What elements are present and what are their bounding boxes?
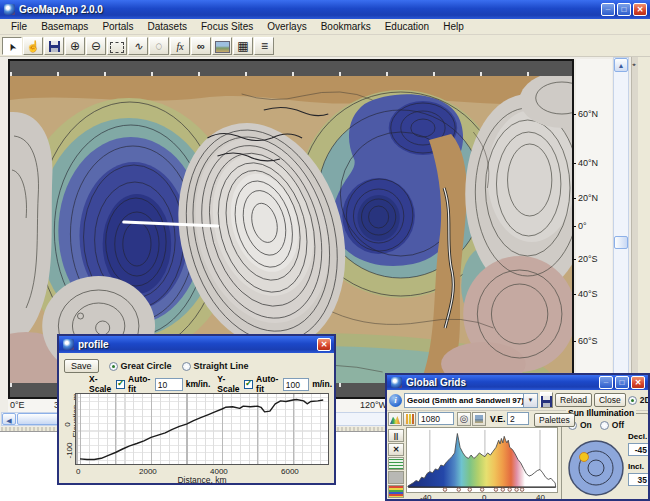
- menu-help[interactable]: Help: [436, 20, 471, 33]
- menubar: File Basemaps Portals Datasets Focus Sit…: [0, 19, 650, 35]
- gg-close-view-button[interactable]: Close: [594, 393, 626, 407]
- contour-lines-icon[interactable]: [388, 457, 404, 470]
- chevron-down-icon[interactable]: [524, 393, 538, 408]
- grid-tool-icon[interactable]: [233, 37, 253, 55]
- gray-shade-icon[interactable]: [388, 471, 404, 484]
- menu-basemaps[interactable]: Basemaps: [34, 20, 95, 33]
- x-scale-label: X-Scale: [89, 374, 113, 394]
- select-arrow-tool-icon[interactable]: [2, 37, 22, 55]
- y-unit-label: m/in.: [312, 379, 332, 389]
- decl-field[interactable]: -45: [628, 443, 650, 456]
- save-tool-icon[interactable]: [44, 37, 64, 55]
- vertical-scroll-thumb[interactable]: [614, 236, 628, 249]
- contour-overlay-icon[interactable]: [457, 412, 471, 426]
- sun-position-icon: [580, 453, 589, 462]
- contour-interval-field[interactable]: 1080: [418, 412, 454, 425]
- lasso-tool-icon[interactable]: [149, 37, 169, 55]
- lat-label: 40°N: [578, 158, 598, 168]
- lat-label: 20°S: [578, 254, 598, 264]
- save-button[interactable]: Save: [64, 359, 99, 373]
- sun-direction-dial[interactable]: [566, 438, 626, 498]
- y-autofit-label: Auto-fit: [256, 374, 280, 394]
- incl-field[interactable]: 35: [628, 473, 650, 486]
- great-circle-radio[interactable]: Great Circle: [109, 361, 172, 371]
- splitpane-divider[interactable]: [631, 57, 638, 413]
- mask-tool-icon[interactable]: [191, 37, 211, 55]
- app-titlebar[interactable]: GeoMapApp 2.0.0: [0, 0, 650, 19]
- function-tool-icon[interactable]: [170, 37, 190, 55]
- zoom-out-tool-icon[interactable]: [86, 37, 106, 55]
- y-scale-field[interactable]: 100: [283, 378, 309, 391]
- x-autofit-checkbox[interactable]: [116, 380, 125, 389]
- ve-field[interactable]: 2: [507, 412, 529, 425]
- menu-focus-sites[interactable]: Focus Sites: [194, 20, 260, 33]
- java-app-icon: [4, 4, 15, 15]
- layer-list-tool-icon[interactable]: [254, 37, 274, 55]
- profile-line-svg: [76, 394, 330, 466]
- y-tick: -100: [65, 442, 74, 458]
- zoom-in-tool-icon[interactable]: [65, 37, 85, 55]
- radio-dot-icon: [109, 362, 118, 371]
- y-autofit-checkbox[interactable]: [244, 380, 253, 389]
- normalize-histogram-icon[interactable]: [388, 412, 402, 426]
- color-palette-icon[interactable]: [388, 485, 404, 498]
- scroll-left-icon[interactable]: [2, 413, 16, 425]
- gg-close-button[interactable]: [631, 376, 645, 389]
- profile-x-axis-label: Distance, km: [75, 475, 329, 485]
- zoom-box-tool-icon[interactable]: [107, 37, 127, 55]
- palette-histogram[interactable]: [406, 427, 558, 493]
- image-overlay-tool-icon[interactable]: [212, 37, 232, 55]
- sun-panel-title: Sun Illumination: [566, 408, 636, 418]
- histogram-icon[interactable]: [403, 412, 416, 426]
- map-top-band: [10, 61, 572, 76]
- profile-close-button[interactable]: [317, 338, 331, 351]
- lat-label: 20°N: [578, 193, 598, 203]
- menu-file[interactable]: File: [4, 20, 34, 33]
- lon-label: 0°E: [10, 400, 25, 410]
- profile-title: profile: [78, 339, 317, 350]
- latitude-axis: 60°N 40°N 20°N 0° 20°S 40°S 60°S: [576, 59, 612, 399]
- palettes-button[interactable]: Palettes: [534, 413, 575, 427]
- menu-education[interactable]: Education: [378, 20, 436, 33]
- menu-portals[interactable]: Portals: [95, 20, 140, 33]
- lat-label: 60°N: [578, 109, 598, 119]
- menu-overlays[interactable]: Overlays: [260, 20, 313, 33]
- close-button[interactable]: [633, 3, 647, 16]
- profile-titlebar[interactable]: profile: [59, 336, 334, 353]
- delete-icon[interactable]: ✕: [388, 443, 404, 456]
- gg-maximize-button[interactable]: [615, 376, 629, 389]
- minimize-button[interactable]: [601, 3, 615, 16]
- view-2d-radio[interactable]: 2D: [628, 395, 650, 405]
- grid-select-combo[interactable]: Geoid (Smith and Sandwell 97): [404, 393, 538, 408]
- menu-bookmarks[interactable]: Bookmarks: [314, 20, 378, 33]
- menu-datasets[interactable]: Datasets: [141, 20, 194, 33]
- profile-plot[interactable]: [75, 393, 329, 465]
- maximize-button[interactable]: [617, 3, 631, 16]
- global-grids-titlebar[interactable]: Global Grids: [387, 375, 648, 390]
- sun-off-radio[interactable]: Off: [600, 420, 624, 430]
- x-scale-field[interactable]: 10: [155, 378, 183, 391]
- shaded-relief-icon[interactable]: [472, 412, 486, 426]
- gg-side-toolbar: || ✕: [387, 428, 405, 501]
- straight-line-radio[interactable]: Straight Line: [182, 361, 249, 371]
- pause-icon[interactable]: ||: [388, 429, 404, 442]
- y-scale-label: Y-Scale: [217, 374, 241, 394]
- histogram-svg: [407, 428, 557, 492]
- x-unit-label: km/in.: [186, 379, 211, 389]
- grid-select-value: Geoid (Smith and Sandwell 97): [404, 393, 524, 408]
- info-icon[interactable]: i: [389, 394, 402, 407]
- radio-dot-icon: [182, 362, 191, 371]
- scroll-up-icon[interactable]: [614, 58, 628, 72]
- profile-tool-icon[interactable]: [128, 37, 148, 55]
- decl-label: Decl.: [628, 432, 647, 441]
- pan-hand-tool-icon[interactable]: [23, 37, 43, 55]
- profile-window: profile Save Great Circle Straight Line …: [57, 334, 336, 485]
- ve-label: V.E.: [490, 414, 505, 424]
- gg-save-icon[interactable]: [540, 392, 553, 408]
- x-autofit-label: Auto-fit: [128, 374, 152, 394]
- lat-label: 0°: [578, 221, 587, 231]
- gg-minimize-button[interactable]: [599, 376, 613, 389]
- global-grids-window: Global Grids i Geoid (Smith and Sandwell…: [385, 373, 650, 501]
- vertical-scrollbar[interactable]: [613, 57, 629, 413]
- reload-button[interactable]: Reload: [555, 393, 592, 407]
